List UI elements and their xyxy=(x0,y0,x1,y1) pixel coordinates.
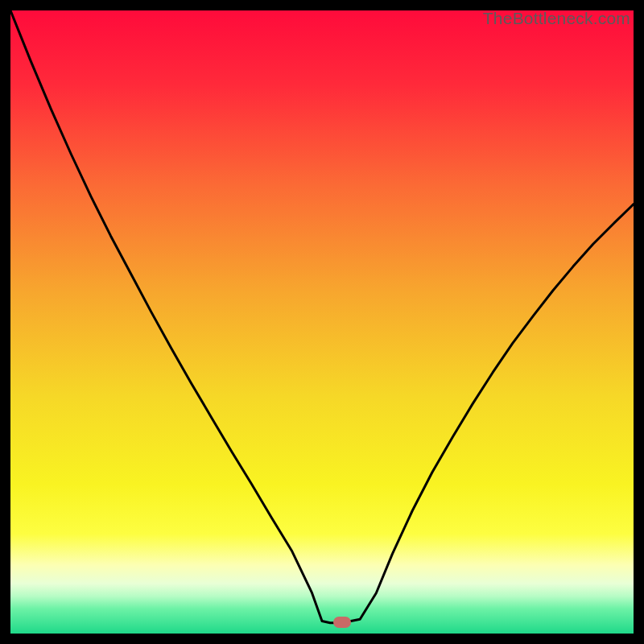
chart-stage: TheBottleneck.com xyxy=(0,0,644,644)
watermark-label: TheBottleneck.com xyxy=(483,10,630,28)
bottleneck-curve xyxy=(10,10,634,623)
optimal-marker xyxy=(333,617,351,628)
plot-area: TheBottleneck.com xyxy=(10,10,634,634)
curve-layer xyxy=(10,10,634,634)
